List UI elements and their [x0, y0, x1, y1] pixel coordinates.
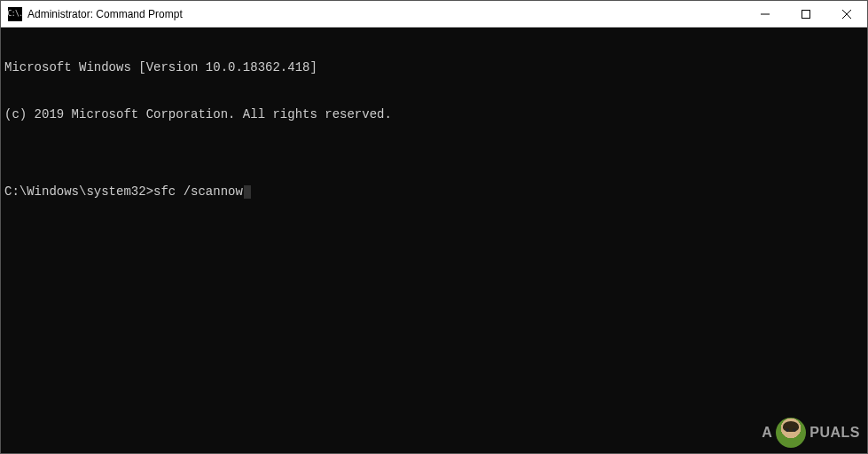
minimize-button[interactable]: [745, 1, 786, 27]
window-controls: [745, 1, 867, 27]
titlebar[interactable]: C:\. Administrator: Command Prompt: [1, 1, 867, 27]
window-title: Administrator: Command Prompt: [27, 8, 745, 20]
terminal-output-line: Microsoft Windows [Version 10.0.18362.41…: [4, 60, 864, 76]
maximize-button[interactable]: [786, 1, 826, 27]
svg-rect-1: [802, 10, 810, 18]
watermark-avatar-icon: [776, 418, 806, 448]
terminal-cursor: [244, 185, 251, 199]
watermark-text-left: A: [762, 424, 772, 442]
command-prompt-window: C:\. Administrator: Command Prompt Micro…: [0, 0, 868, 454]
terminal-output-line: (c) 2019 Microsoft Corporation. All righ…: [4, 107, 864, 123]
terminal-prompt-line: C:\Windows\system32>sfc /scannow: [4, 184, 864, 200]
terminal-area[interactable]: Microsoft Windows [Version 10.0.18362.41…: [1, 27, 867, 453]
close-icon: [842, 10, 851, 19]
terminal-line-text: C:\Windows\system32>sfc /scannow: [4, 184, 243, 199]
minimize-icon: [761, 10, 770, 19]
close-button[interactable]: [826, 1, 867, 27]
watermark-text-right: PUALS: [809, 424, 860, 442]
watermark: A PUALS: [762, 418, 860, 448]
cmd-icon: C:\.: [8, 7, 22, 21]
maximize-icon: [802, 10, 810, 19]
